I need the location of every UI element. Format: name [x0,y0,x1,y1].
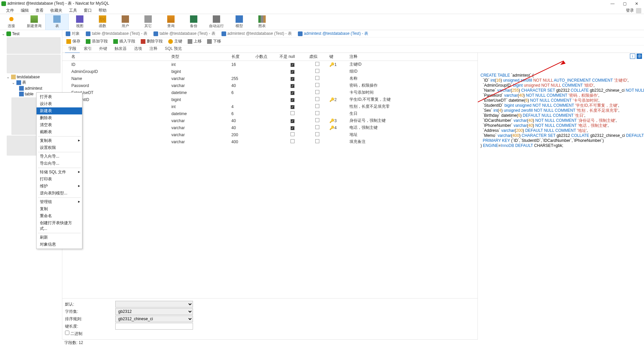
ctx-对象信息[interactable]: 对象信息 [37,241,82,248]
checkbox[interactable] [315,83,319,87]
menu-文件[interactable]: 文件 [3,8,17,13]
checkbox[interactable] [291,139,295,143]
table-row[interactable]: Namevarchar255名称 [62,75,477,82]
charset-select[interactable]: gb2312 [115,308,193,315]
ctx-设计表[interactable]: 设计表 [37,100,82,107]
keylen-input[interactable] [115,323,193,330]
minimize-button[interactable]: ― [606,0,619,7]
checkbox[interactable] [315,62,319,66]
tree-conn[interactable]: ⌄ Test [0,31,62,36]
col-header[interactable]: 长度 [230,53,254,61]
ctx-打开表[interactable]: 打开表 [37,93,82,100]
col-header[interactable]: 虚拟 [307,53,327,61]
default-select[interactable] [115,301,193,308]
checkbox[interactable] [291,126,295,130]
ctx-创建打开表快捷方式...[interactable]: 创建打开表快捷方式... [37,220,82,232]
toolbtn-视图[interactable]: 视图 [68,14,91,30]
action-插入字段[interactable]: 插入字段 [111,38,137,44]
tab[interactable]: table @testdatabase (Test) - 表 [84,31,149,36]
tree-table-item[interactable]: admintest [0,85,62,91]
menu-帮助[interactable]: 帮助 [95,8,110,13]
ctx-打印表[interactable]: 打印表 [37,176,82,183]
maximize-button[interactable]: ▢ [619,0,631,7]
ctx-维护[interactable]: 维护 [37,183,82,190]
table-row[interactable]: IDint16🔑1主键ID [62,61,477,68]
checkbox[interactable] [315,125,319,129]
col-header[interactable]: 小数点 [253,53,277,61]
toolbtn-图表[interactable]: 图表 [251,14,273,30]
collate-select[interactable]: gb2312_chinese_ci [115,316,193,322]
subtab-外键[interactable]: 外键 [96,45,111,53]
subtab-索引[interactable]: 索引 [80,45,95,53]
table-row[interactable]: nbervarchar40🔑4电话，强制主键 [62,124,477,131]
login-link[interactable]: 登录 [626,8,634,13]
info-tab-icon[interactable]: i [630,54,635,59]
action-保存[interactable]: 保存 [64,38,82,44]
table-row[interactable]: nbervarchar40🔑3身份证号，强制主键 [62,117,477,124]
table-row[interactable]: datetime6生日 [62,110,477,117]
tab[interactable]: 对象 [64,31,81,36]
subtab-选项[interactable]: 选项 [131,45,145,53]
action-下移[interactable]: 下移 [205,38,223,44]
toolbtn-模型[interactable]: 模型 [228,14,251,30]
checkbox[interactable] [291,77,295,81]
checkbox[interactable] [315,104,319,108]
tree-db[interactable]: ⌄ testdatabase [0,74,62,80]
menu-收藏夹[interactable]: 收藏夹 [47,8,66,13]
table-row[interactable]: Passwordvarchar40密码，权限操作 [62,82,477,89]
ctx-新建表[interactable]: 新建表 [37,107,82,114]
checkbox[interactable] [315,139,319,143]
col-header[interactable]: 类型 [169,53,229,61]
checkbox[interactable] [291,105,295,109]
checkbox[interactable] [315,118,319,122]
close-button[interactable]: ✕ [631,0,643,7]
checkbox[interactable] [315,111,319,115]
checkbox[interactable] [291,119,295,123]
col-header[interactable]: 名 [69,53,170,61]
checkbox[interactable] [291,84,295,88]
toolbtn-其它[interactable]: 其它 [137,14,159,30]
ctx-清空表[interactable]: 清空表 [37,121,82,128]
action-上移[interactable]: 上移 [186,38,204,44]
toolbtn-连接[interactable]: 连接 [0,14,23,30]
toolbtn-自动运行[interactable]: 自动运行 [205,14,228,30]
ctx-管理组[interactable]: 管理组 [37,198,82,205]
tab[interactable]: admintest @testdatabase (Test) - 表 [220,31,293,36]
toolbtn-备份[interactable]: 备份 [182,14,205,30]
table-row[interactable]: int4性别，长度不足填充零 [62,103,477,110]
ctx-重命名[interactable]: 重命名 [37,212,82,220]
table-row[interactable]: AdminGroupIDbigint组ID [62,68,477,75]
toolbtn-函数[interactable]: f(x)函数 [91,14,114,30]
table-row[interactable]: EnterUseDTdatetime6卡号添加时间 [62,89,477,96]
subtab-SQL 预览[interactable]: SQL 预览 [162,45,185,53]
menu-查看[interactable]: 查看 [32,8,47,13]
ctx-复制表[interactable]: 复制表 [37,137,82,144]
checkbox[interactable] [315,76,319,80]
ctx-刷新[interactable]: 刷新 [37,234,82,241]
subtab-触发器[interactable]: 触发器 [111,45,130,53]
subtab-注释[interactable]: 注释 [146,45,161,53]
menu-编辑[interactable]: 编辑 [17,8,32,13]
table-row[interactable]: varchar200地址 [62,131,477,138]
ctx-导出向导...[interactable]: 导出向导... [37,160,82,167]
checkbox[interactable] [291,132,295,136]
tree-tables-folder[interactable]: ⌄ 表 [0,80,62,85]
ddl-tab-icon[interactable]: ⦿ [637,54,642,59]
checkbox[interactable] [315,69,319,73]
ctx-设置权限[interactable]: 设置权限 [37,144,82,151]
ctx-逆向表到模型...[interactable]: 逆向表到模型... [37,190,82,197]
toolbtn-新建查询[interactable]: 新建查询 [23,14,46,30]
ctx-截断表[interactable]: 截断表 [37,128,82,136]
checkbox[interactable] [291,63,295,67]
tab[interactable]: table @testdatabase (Test) - 表 [152,31,216,36]
table-row[interactable]: varchar400填充备注 [62,138,477,145]
toolbtn-用户[interactable]: 用户 [114,14,137,30]
ctx-删除表[interactable]: 删除表 [37,114,82,121]
binary-checkbox[interactable] [65,331,69,335]
checkbox[interactable] [315,90,319,94]
col-header[interactable]: 不是 null [277,53,308,61]
toolbtn-查询[interactable]: 查询 [159,14,182,30]
ctx-转储 SQL 文件[interactable]: 转储 SQL 文件 [37,169,82,176]
col-header[interactable]: 键 [327,53,347,61]
menu-窗口[interactable]: 窗口 [80,8,95,13]
